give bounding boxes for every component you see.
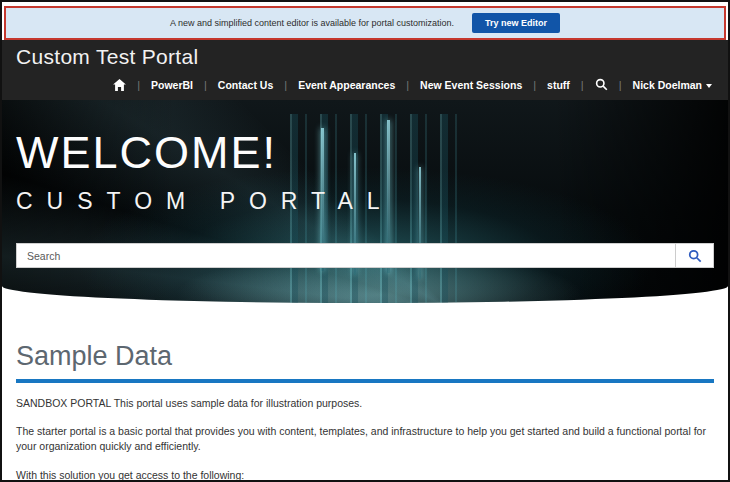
nav-item[interactable]: stuff [547,79,570,91]
search-icon [688,249,702,263]
try-new-editor-button[interactable]: Try new Editor [472,13,560,33]
nav-item[interactable]: Contact Us [218,79,273,91]
nav-separator [581,79,584,91]
user-name: Nick Doelman [633,79,702,91]
nav-separator [137,79,140,91]
body-paragraph: SANDBOX PORTAL This portal uses sample d… [16,396,714,411]
nav-item[interactable]: New Event Sessions [420,79,522,91]
content-editor-banner: A new and simplified content editor is a… [4,6,726,40]
page-title: Sample Data [16,341,714,372]
nav-separator [406,79,409,91]
paragraphs: SANDBOX PORTAL This portal uses sample d… [16,396,714,482]
nav-separator [284,79,287,91]
body-paragraph: The starter portal is a basic portal tha… [16,424,714,454]
main-navigation: PowerBI Contact Us Event Appearances New… [16,78,714,91]
banner-message: A new and simplified content editor is a… [170,18,454,28]
search-icon[interactable] [595,78,608,91]
nav-separator [619,79,622,91]
hero-subheading: CUSTOM PORTAL [16,188,394,215]
search-input[interactable] [17,244,675,267]
nav-separator [533,79,536,91]
user-menu[interactable]: Nick Doelman [633,79,712,91]
nav-separator [204,79,207,91]
site-title: Custom Test Portal [16,45,714,69]
chevron-down-icon [706,84,712,88]
nav-item[interactable]: PowerBI [151,79,193,91]
body-paragraph: With this solution you get access to the… [16,468,714,482]
main-content: Sample Data SANDBOX PORTAL This portal u… [2,341,728,482]
search-submit-button[interactable] [675,244,713,267]
hero-banner: WELCOME! CUSTOM PORTAL [2,100,728,303]
portal-page: { "colors": { "accent_blue": "#1877c2", … [0,0,730,482]
hero-heading: WELCOME! [16,127,277,179]
site-search-bar [16,243,714,268]
title-rule [16,379,714,383]
site-header: Custom Test Portal PowerBI Contact Us Ev… [2,40,728,100]
nav-item[interactable]: Event Appearances [298,79,395,91]
home-icon[interactable] [113,79,126,91]
